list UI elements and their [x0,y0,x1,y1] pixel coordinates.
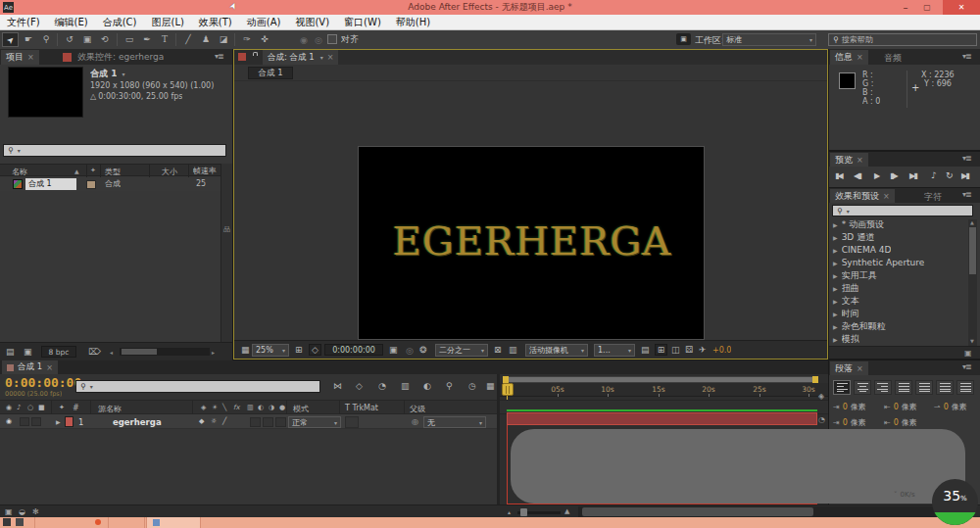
chevron-down-icon[interactable]: ▾ [122,71,124,77]
scroll-left-icon[interactable]: ◂ [110,349,113,356]
menu-file[interactable]: 文件(F) [7,16,40,29]
roto-brush-tool-icon[interactable]: ✑ [239,32,255,47]
workspace-badge-icon[interactable]: ▣ [676,33,691,45]
project-row-comp1[interactable]: 合成 1 合成 25 [0,177,220,191]
primary-viewer-icon[interactable]: ⊞ [655,344,667,356]
layer-fx-icon[interactable]: ☼ [211,417,217,425]
type-tool-icon[interactable]: T [157,32,172,47]
zoom-slider-thumb[interactable] [520,508,527,516]
zoom-tool-icon[interactable]: ⚲ [38,32,54,47]
effects-scrollbar[interactable]: ▲ ▼ [968,219,977,346]
column-type[interactable]: 类型 [105,167,121,177]
layer-name[interactable]: egerherga [113,417,162,427]
layer-quality-icon[interactable]: ◆ [199,417,204,425]
align-left-button[interactable] [833,380,851,395]
puppet-pin-tool-icon[interactable]: ✜ [257,32,272,47]
bit-depth-button[interactable]: 8 bpc [41,346,76,358]
first-frame-button[interactable]: ▮◀ [835,171,842,180]
first-line-indent-field[interactable]: ⇀0像素 [934,402,967,412]
column-mode[interactable]: 模式 [293,404,309,414]
last-frame-button[interactable]: ▶▮ [909,171,916,180]
snap-checkbox[interactable] [327,34,337,44]
tab-comp-viewer[interactable]: 合成: 合成 1 ▾ × [263,50,338,65]
expand-icon[interactable]: ▶ [833,336,838,343]
menu-view[interactable]: 视图(V) [295,16,329,29]
brush-tool-icon[interactable]: ╱ [180,32,196,47]
trkmat-box[interactable] [345,416,359,428]
timeline-h-scrollbar-thumb[interactable] [582,507,813,516]
list-item[interactable]: ▶文本 [829,296,859,307]
scroll-right-icon[interactable]: ▸ [212,349,215,356]
comp-viewport[interactable]: EGERHERGA [234,81,827,340]
interpret-footage-icon[interactable]: ▤ [6,348,15,357]
justify-all-button[interactable] [956,380,974,395]
layer-switch-box[interactable] [250,417,261,427]
loop-button[interactable]: ↻ [946,170,954,180]
menu-edit[interactable]: 编辑(E) [55,16,88,29]
tab-audio[interactable]: 音频 [884,52,902,65]
space-after-field[interactable]: ⇤0像素 [884,417,917,428]
chevron-down-icon[interactable]: ▾ [320,54,323,61]
work-area-bar[interactable] [503,376,818,383]
eraser-tool-icon[interactable]: ◪ [216,32,231,47]
tab-preview[interactable]: 预览× [830,153,868,167]
taskbar-start-icon[interactable] [3,518,11,526]
menu-animation[interactable]: 动画(A) [247,16,281,29]
close-icon[interactable]: × [327,53,334,62]
panel-menu-icon[interactable]: ▾≣ [962,190,971,199]
help-search-input[interactable]: ⚲ 搜索帮助 [828,33,977,46]
transparency-grid-icon[interactable]: ▥ [509,346,517,355]
comp-marker-icon[interactable]: ◔ [818,415,825,424]
close-icon[interactable]: × [857,156,863,165]
draft-3d-icon[interactable]: ◇ [356,382,363,391]
h-scrollbar-thumb[interactable] [122,349,157,355]
new-folder-icon[interactable]: ▣ [24,348,32,357]
exposure-value[interactable]: +0.0 [712,346,731,356]
tab-info[interactable]: 信息× [830,50,868,65]
list-item[interactable]: ▶杂色和颗粒 [829,321,886,332]
column-name[interactable]: 名称 [12,167,27,177]
flowchart-icon[interactable]: 品 [223,224,230,234]
ram-preview-button[interactable]: ▶▮ [961,171,968,180]
justify-last-left-button[interactable] [895,380,912,395]
clone-stamp-tool-icon[interactable]: ♟ [198,32,214,47]
current-timecode[interactable]: 0:00:00:00 [5,375,81,391]
scrollbar-thumb[interactable] [969,227,976,274]
tab-project[interactable]: 项目× [1,50,39,65]
show-snapshot-icon[interactable]: ◎ [406,346,414,356]
list-item[interactable]: ▶Synthetic Aperture [829,258,924,268]
expand-icon[interactable]: ▶ [833,272,838,279]
panel-menu-icon[interactable]: ▾≣ [962,154,971,163]
rotation-tool-icon[interactable]: ↺ [62,32,77,47]
expand-icon[interactable]: ▶ [833,298,838,305]
scroll-down-icon[interactable]: ▼ [970,338,974,344]
list-item[interactable]: ▶扭曲 [829,283,859,294]
workspace-dropdown[interactable]: 标准▾ [722,33,816,46]
layer-color-swatch[interactable] [65,416,74,427]
indent-right-field[interactable]: ⇤0像素 [884,402,917,412]
maximize-button[interactable]: ▢ [919,0,935,15]
toggle-switches-icon[interactable]: ▣ [5,507,13,516]
indent-left-field[interactable]: ⇥0像素 [833,402,866,412]
region-of-interest-icon[interactable]: ⊠ [494,346,502,355]
expand-icon[interactable]: ▶ [833,311,838,317]
close-icon[interactable]: × [857,364,863,373]
layer-switch-box[interactable] [275,417,286,427]
panel-menu-icon[interactable]: ▾≣ [962,52,971,61]
grid-guides-icon[interactable]: ⊞ [295,346,303,355]
align-center-button[interactable] [854,380,871,395]
align-right-button[interactable] [874,380,892,395]
roi-icon[interactable]: ▦ [241,346,250,355]
selection-tool-icon[interactable]: ➤ [2,32,19,47]
tab-character[interactable]: 字符 [924,191,942,204]
channels-icon[interactable]: ❂ [419,346,427,355]
taskbar-app-icon[interactable] [16,518,24,526]
camera-dropdown[interactable]: 活动摄像机▾ [525,344,588,357]
column-trkmat[interactable]: T TrkMat [345,404,378,412]
list-item[interactable]: ▶实用工具 [829,270,877,281]
comp-breadcrumb[interactable]: 合成 1 [248,67,293,79]
layer-switch-box[interactable] [263,417,273,427]
trash-icon[interactable]: ⌦ [88,348,101,357]
column-source-name[interactable]: 源名称 [98,404,122,414]
column-size[interactable]: 大小 [162,167,177,177]
